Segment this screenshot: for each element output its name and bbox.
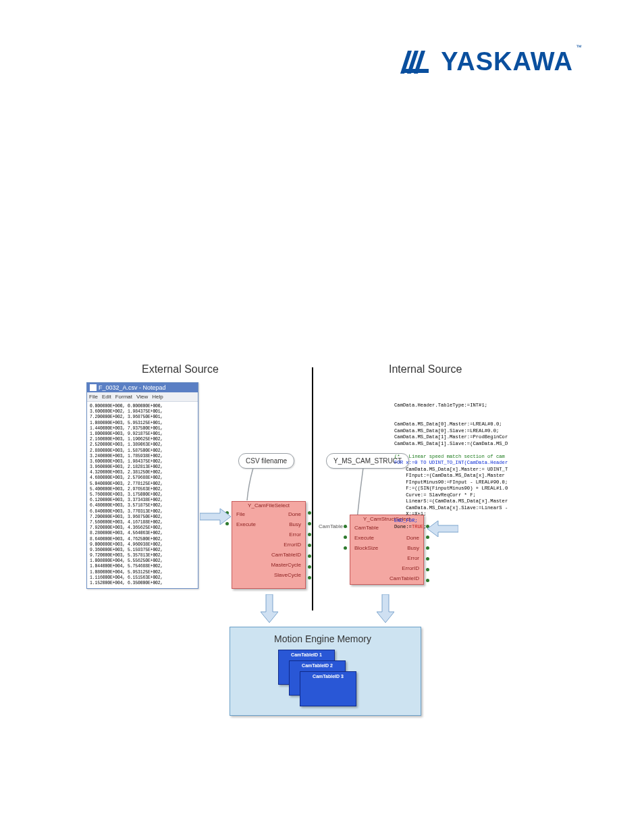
svg-rect-3 (402, 69, 429, 73)
divider-vertical (312, 367, 313, 610)
np-menu-edit: Edit (102, 394, 111, 400)
notepad-body: 0.000000E+000, 0.000000E+000, 3.600000E+… (87, 402, 198, 588)
fb1-title: Y_CamFileSelect (232, 502, 305, 509)
memory-label: Motion Engine Memory (274, 633, 371, 644)
np-menu-file: File (89, 394, 98, 400)
code-snippet: CamData.Header.TableType:=INT#1; CamData… (394, 396, 508, 537)
heading-internal: Internal Source (389, 363, 462, 375)
notepad-title: F_0032_A.csv - Notepad (87, 383, 198, 392)
yaskawa-logo: YASKAWA ™ (398, 47, 583, 76)
fb-camfileselect: Y_CamFileSelect FileDone ExecuteBusy Err… (232, 501, 306, 589)
np-menu-format: Format (115, 394, 132, 400)
callout-csv-tail (246, 468, 261, 502)
notepad-menu: File Edit Format View Help (87, 392, 198, 402)
callout-csv: CSV filename (238, 453, 294, 469)
arrow-csv-to-fb (200, 509, 231, 525)
arrow-fb1-down (261, 594, 278, 623)
logo-text: YASKAWA (441, 47, 573, 76)
notepad-window: F_0032_A.csv - Notepad File Edit Format … (86, 382, 198, 589)
heading-external: External Source (142, 363, 219, 375)
logo-tm: ™ (576, 44, 582, 51)
arrow-fb2-down (377, 594, 394, 623)
cam-sources-diagram: External Source Internal Source F_0032_A… (86, 358, 572, 760)
np-menu-view: View (136, 394, 148, 400)
camtableid-3: CamTableID 3 (300, 671, 356, 706)
np-menu-help: Help (152, 394, 163, 400)
